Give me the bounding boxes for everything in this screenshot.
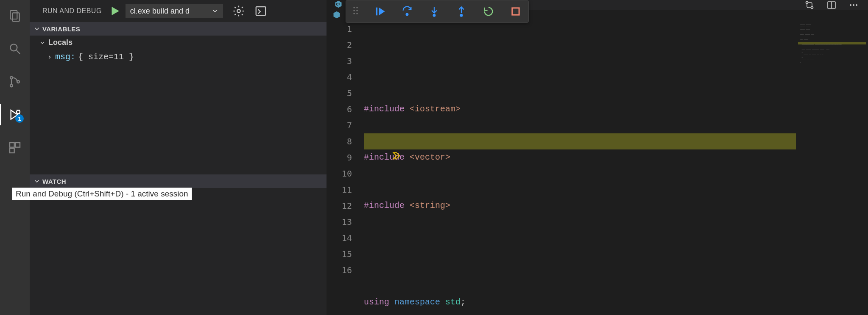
cpp-file-icon bbox=[332, 11, 341, 19]
svg-rect-12 bbox=[15, 143, 20, 147]
svg-rect-38 bbox=[512, 8, 519, 15]
restart-button[interactable] bbox=[483, 6, 494, 17]
editor-area: C+ helloworld.cpp helloworld.cpp › main(… bbox=[327, 0, 868, 315]
svg-point-24 bbox=[856, 4, 857, 6]
svg-point-33 bbox=[406, 14, 408, 16]
svg-point-35 bbox=[433, 14, 435, 17]
step-out-button[interactable] bbox=[455, 6, 467, 17]
locals-label: Locals bbox=[48, 38, 73, 47]
sidebar-header: RUN AND DEBUG cl.exe build and d bbox=[30, 0, 327, 22]
chevron-down-icon bbox=[33, 177, 41, 185]
variable-row[interactable]: msg: { size=11 } bbox=[30, 50, 327, 64]
chevron-down-icon bbox=[33, 25, 41, 33]
configure-gear-icon[interactable] bbox=[232, 5, 245, 17]
continue-button[interactable] bbox=[374, 6, 386, 17]
svg-marker-14 bbox=[112, 7, 119, 15]
locals-scope[interactable]: Locals bbox=[30, 36, 327, 50]
svg-point-27 bbox=[354, 10, 355, 11]
run-debug-icon[interactable]: 1 bbox=[0, 104, 30, 125]
svg-point-25 bbox=[354, 7, 355, 8]
variable-value: { size=11 } bbox=[78, 52, 134, 62]
svg-point-4 bbox=[10, 77, 13, 79]
editor-tab-actions bbox=[804, 0, 868, 10]
svg-rect-11 bbox=[10, 143, 14, 147]
explorer-icon[interactable] bbox=[0, 5, 30, 26]
svg-point-30 bbox=[357, 13, 358, 14]
chevron-right-icon bbox=[47, 54, 53, 60]
svg-point-23 bbox=[853, 4, 854, 6]
code-editor[interactable]: 1 2 3 4 5 6 7 8 9 10 11 12 13 14 15 16 #… bbox=[327, 19, 868, 315]
watch-section[interactable]: WATCH bbox=[30, 174, 327, 188]
svg-rect-13 bbox=[10, 148, 14, 153]
step-into-button[interactable] bbox=[428, 6, 440, 17]
debug-console-icon[interactable] bbox=[254, 5, 267, 17]
svg-line-3 bbox=[17, 50, 20, 54]
chevron-down-icon bbox=[212, 8, 218, 14]
extensions-icon[interactable] bbox=[0, 137, 30, 158]
compare-icon[interactable] bbox=[804, 0, 815, 10]
run-debug-tooltip: Run and Debug (Ctrl+Shift+D) - 1 active … bbox=[12, 188, 192, 200]
svg-point-19 bbox=[811, 7, 813, 9]
svg-rect-31 bbox=[376, 8, 378, 16]
variables-label: VARIABLES bbox=[42, 25, 80, 33]
step-over-button[interactable] bbox=[401, 6, 413, 17]
svg-marker-32 bbox=[379, 8, 385, 16]
code-content[interactable]: #include <iostream> #include <vector> #i… bbox=[364, 19, 796, 315]
execution-pointer-icon bbox=[351, 134, 401, 182]
svg-point-2 bbox=[10, 44, 17, 51]
svg-text:C+: C+ bbox=[336, 2, 341, 6]
debug-badge: 1 bbox=[15, 114, 24, 123]
sidebar-title: RUN AND DEBUG bbox=[35, 7, 104, 15]
split-editor-icon[interactable] bbox=[826, 0, 837, 10]
more-icon[interactable] bbox=[848, 0, 859, 10]
svg-rect-16 bbox=[256, 7, 266, 15]
search-icon[interactable] bbox=[0, 38, 30, 59]
activity-bar: 1 bbox=[0, 0, 30, 315]
variables-section[interactable]: VARIABLES bbox=[30, 22, 327, 36]
debug-config-dropdown[interactable]: cl.exe build and d bbox=[126, 4, 223, 18]
current-line-highlight bbox=[364, 133, 796, 149]
svg-rect-1 bbox=[13, 13, 20, 21]
svg-point-22 bbox=[850, 4, 851, 6]
start-debug-button[interactable] bbox=[109, 5, 121, 17]
minimap[interactable]: ───── ───── ───── ──── ───── ──── ──── ─… bbox=[796, 19, 868, 315]
svg-point-5 bbox=[10, 84, 13, 87]
svg-point-18 bbox=[806, 2, 808, 4]
drag-handle-icon[interactable] bbox=[353, 6, 359, 17]
svg-point-15 bbox=[237, 9, 240, 13]
stop-button[interactable] bbox=[510, 6, 522, 17]
chevron-down-icon bbox=[39, 39, 46, 46]
run-debug-sidebar: RUN AND DEBUG cl.exe build and d VARIABL… bbox=[30, 0, 327, 315]
svg-point-29 bbox=[354, 13, 355, 14]
watch-label: WATCH bbox=[42, 178, 66, 185]
debug-config-name: cl.exe build and d bbox=[130, 7, 190, 16]
svg-point-37 bbox=[461, 14, 463, 17]
cpp-file-icon: C+ bbox=[334, 0, 343, 10]
svg-point-26 bbox=[357, 7, 358, 8]
svg-point-28 bbox=[357, 10, 358, 11]
svg-point-8 bbox=[17, 110, 20, 113]
source-control-icon[interactable] bbox=[0, 71, 30, 92]
debug-toolbar[interactable] bbox=[346, 0, 529, 23]
variable-name: msg: bbox=[55, 52, 75, 62]
svg-rect-0 bbox=[10, 11, 17, 19]
